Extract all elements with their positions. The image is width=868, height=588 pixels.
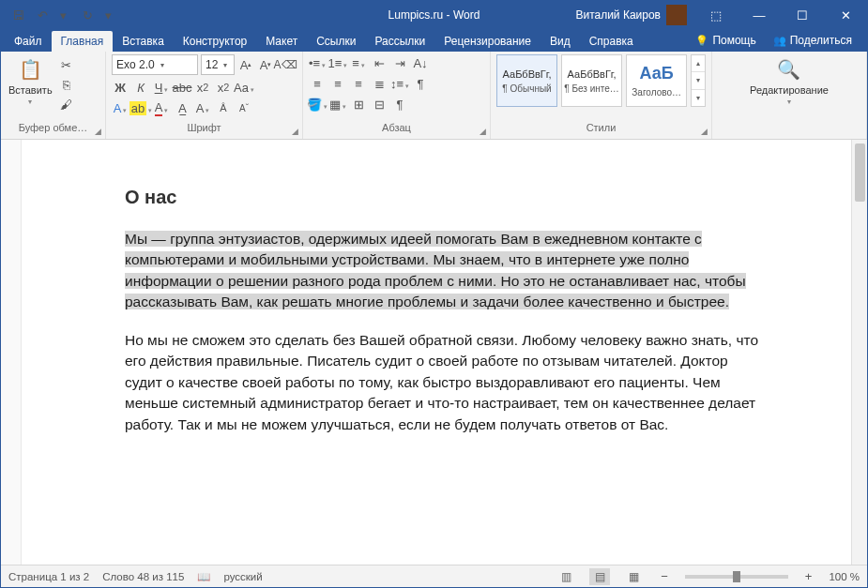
- underline-icon[interactable]: Ч: [153, 79, 170, 96]
- tab-references[interactable]: Ссылки: [307, 31, 365, 52]
- font-scale-icon[interactable]: Â: [215, 99, 232, 116]
- font-name-combo[interactable]: Exo 2.0▾: [112, 54, 198, 75]
- cut-icon[interactable]: ✂: [58, 56, 75, 73]
- show-marks-icon[interactable]: ¶: [412, 75, 429, 92]
- paragraph-launcher-icon[interactable]: ◢: [477, 126, 488, 137]
- copy-icon[interactable]: ⎘: [58, 76, 75, 93]
- font-launcher-icon[interactable]: ◢: [289, 126, 300, 137]
- bullets-icon[interactable]: •≡: [309, 54, 326, 71]
- tab-view[interactable]: Вид: [541, 31, 580, 52]
- tab-mailings[interactable]: Рассылки: [365, 31, 434, 52]
- italic-icon[interactable]: К: [132, 79, 149, 96]
- zoom-knob[interactable]: [733, 571, 740, 582]
- style-heading1[interactable]: АаБ Заголово…: [626, 54, 687, 107]
- strike-icon[interactable]: abc: [174, 79, 190, 96]
- paste-button[interactable]: 📋 Вставить ▾: [7, 54, 54, 108]
- web-layout-icon[interactable]: ▦: [623, 568, 644, 585]
- paragraph-2[interactable]: Но мы не сможем это сделать без Вашей об…: [125, 330, 765, 435]
- align-left-icon[interactable]: ≡: [309, 75, 326, 92]
- paragraph-1[interactable]: Мы — группа энтузиастов, одержимых идеей…: [125, 229, 765, 313]
- borders-icon[interactable]: ▦: [329, 96, 346, 113]
- tell-me[interactable]: Помощь: [688, 31, 763, 50]
- maximize-button[interactable]: ☐: [781, 1, 824, 29]
- vertical-ruler[interactable]: [1, 140, 22, 565]
- zoom-out-button[interactable]: −: [657, 569, 672, 583]
- clipboard-launcher-icon[interactable]: ◢: [92, 126, 103, 137]
- undo-dropdown-icon[interactable]: ▾: [55, 8, 70, 23]
- document-page[interactable]: О нас Мы — группа энтузиастов, одержимых…: [52, 157, 821, 490]
- document-scroll[interactable]: О нас Мы — группа энтузиастов, одержимых…: [22, 140, 851, 565]
- pilcrow-icon[interactable]: ¶: [391, 96, 408, 113]
- styles-expand-icon[interactable]: ▾: [692, 90, 705, 106]
- line-spacing-icon[interactable]: ↕≡: [391, 75, 408, 92]
- highlight-icon[interactable]: ab: [132, 99, 149, 116]
- sort-icon[interactable]: A↓: [412, 54, 429, 71]
- align-right-icon[interactable]: ≡: [350, 75, 367, 92]
- clear-format-icon[interactable]: A⌫: [277, 56, 294, 73]
- decrease-indent-icon[interactable]: ⇤: [371, 54, 388, 71]
- tab-help[interactable]: Справка: [580, 31, 643, 52]
- shrink-font-icon[interactable]: A▾: [257, 56, 274, 73]
- ribbon-tabs: Файл Главная Вставка Конструктор Макет С…: [1, 29, 867, 52]
- align-center-icon[interactable]: ≡: [329, 75, 346, 92]
- ribbon: 📋 Вставить ▾ ✂ ⎘ 🖌 Буфер обме… ◢ Exo 2.0…: [1, 52, 867, 140]
- spellcheck-icon[interactable]: 📖: [197, 570, 210, 583]
- tab-review[interactable]: Рецензирование: [434, 31, 541, 52]
- status-page[interactable]: Страница 1 из 2: [8, 571, 89, 582]
- read-mode-icon[interactable]: ▥: [556, 568, 576, 585]
- bold-icon[interactable]: Ж: [112, 79, 129, 96]
- document-area: О нас Мы — группа энтузиастов, одержимых…: [1, 140, 867, 565]
- tab-design[interactable]: Конструктор: [174, 31, 256, 52]
- minimize-button[interactable]: —: [738, 1, 781, 29]
- multilevel-icon[interactable]: ≡: [350, 54, 367, 71]
- group-editing: 🔍 Редактирование ▾: [712, 52, 867, 139]
- editing-button[interactable]: 🔍 Редактирование ▾: [748, 54, 830, 108]
- char-shading-icon[interactable]: A̲: [174, 99, 190, 116]
- tab-home[interactable]: Главная: [52, 31, 114, 52]
- style-normal[interactable]: АаБбВвГг, ¶ Обычный: [496, 54, 557, 107]
- subscript-icon[interactable]: x2: [194, 79, 211, 96]
- scrollbar-thumb[interactable]: [855, 143, 865, 202]
- styles-scroll-up-icon[interactable]: ▴: [692, 55, 705, 72]
- font-small-icon[interactable]: Aˇ: [236, 99, 252, 116]
- zoom-level[interactable]: 100 %: [829, 571, 860, 582]
- font-color-icon[interactable]: A: [153, 99, 170, 116]
- text-effects-icon[interactable]: A: [112, 99, 129, 116]
- justify-icon[interactable]: ≣: [371, 75, 388, 92]
- print-layout-icon[interactable]: ▤: [589, 568, 610, 585]
- tab-layout[interactable]: Макет: [256, 31, 307, 52]
- change-case-icon[interactable]: Aa: [236, 79, 252, 96]
- qat-customize-icon[interactable]: ▾: [100, 8, 115, 23]
- group-label-styles: Стили: [496, 122, 706, 139]
- styles-scroll-down-icon[interactable]: ▾: [692, 72, 705, 89]
- undo-icon[interactable]: ↶: [35, 8, 50, 23]
- para-extra2-icon[interactable]: ⊟: [371, 96, 388, 113]
- style-no-spacing[interactable]: АаБбВвГг, ¶ Без инте…: [561, 54, 622, 107]
- status-words[interactable]: Слово 48 из 115: [102, 571, 184, 582]
- user-account[interactable]: Виталий Каиров: [568, 5, 694, 25]
- redo-icon[interactable]: ↻: [80, 8, 95, 23]
- grow-font-icon[interactable]: A▴: [237, 56, 254, 73]
- group-font: Exo 2.0▾ 12▾ A▴ A▾ A⌫ Ж К Ч abc x2 x2 Aa…: [106, 52, 303, 139]
- group-label-paragraph: Абзац: [309, 122, 484, 139]
- close-button[interactable]: ✕: [824, 1, 867, 29]
- numbering-icon[interactable]: 1≡: [329, 54, 346, 71]
- ribbon-options-icon[interactable]: ⬚: [694, 1, 738, 29]
- group-label-font: Шрифт: [112, 122, 297, 139]
- styles-launcher-icon[interactable]: ◢: [698, 126, 709, 137]
- zoom-slider[interactable]: [685, 575, 788, 579]
- zoom-in-button[interactable]: +: [801, 569, 816, 583]
- increase-indent-icon[interactable]: ⇥: [391, 54, 408, 71]
- autosave-icon[interactable]: 🖫: [10, 8, 25, 23]
- tab-insert[interactable]: Вставка: [113, 31, 174, 52]
- shading-icon[interactable]: 🪣: [309, 96, 326, 113]
- status-language[interactable]: русский: [223, 571, 262, 582]
- superscript-icon[interactable]: x2: [215, 79, 232, 96]
- share-button[interactable]: Поделиться: [766, 31, 860, 50]
- tab-file[interactable]: Файл: [5, 31, 52, 52]
- vertical-scrollbar[interactable]: [851, 140, 867, 565]
- para-extra1-icon[interactable]: ⊞: [350, 96, 367, 113]
- format-painter-icon[interactable]: 🖌: [58, 96, 75, 113]
- font-border-icon[interactable]: A: [194, 99, 211, 116]
- font-size-combo[interactable]: 12▾: [201, 54, 235, 75]
